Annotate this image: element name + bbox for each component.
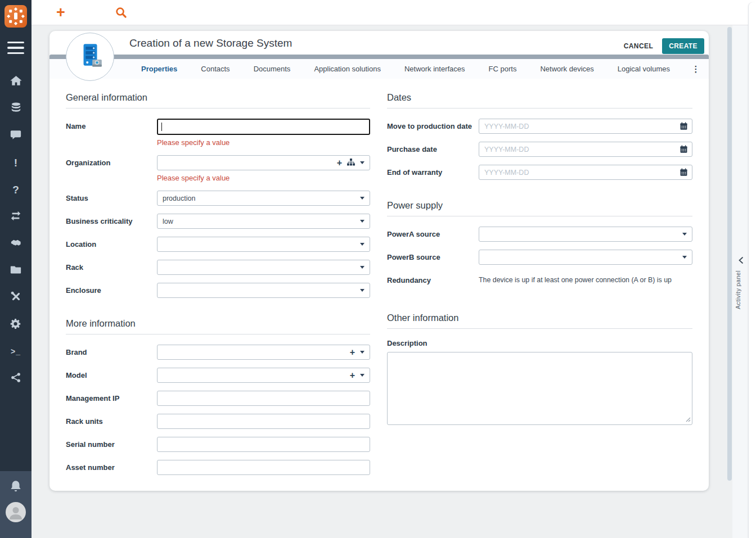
bell-icon	[8, 479, 23, 495]
chevron-down-icon[interactable]	[360, 220, 364, 223]
create-button[interactable]: CREATE	[662, 38, 704, 54]
sidebar-item-home[interactable]	[0, 75, 32, 88]
brand-select[interactable]: +	[157, 345, 370, 360]
add-brand-icon[interactable]: +	[350, 348, 355, 357]
chevron-down-icon[interactable]	[360, 351, 364, 354]
add-organization-icon[interactable]: +	[337, 159, 342, 168]
field-label: PowerB source	[387, 250, 479, 265]
tab-fc-ports[interactable]: FC ports	[477, 59, 529, 79]
chevron-down-icon[interactable]	[360, 243, 364, 246]
top-toolbar: +	[32, 0, 756, 25]
object-class-avatar	[66, 33, 114, 81]
terminal-icon: >_	[11, 347, 21, 355]
tab-application-solutions[interactable]: Application solutions	[302, 59, 393, 79]
handshake-icon	[10, 236, 22, 251]
user-menu-button[interactable]	[0, 503, 32, 523]
fieldset-power-supply: Power supply PowerA source PowerB source…	[387, 200, 692, 288]
field-location: Location	[66, 237, 370, 252]
management-ip-input[interactable]	[157, 391, 370, 406]
question-icon: ?	[12, 184, 19, 195]
field-powera-source: PowerA source	[387, 227, 692, 242]
chevron-down-icon[interactable]	[360, 197, 364, 200]
calendar-icon[interactable]	[680, 122, 688, 133]
description-textarea[interactable]	[387, 352, 692, 425]
chevron-down-icon[interactable]	[682, 256, 687, 259]
header-actions: CANCEL CREATE	[624, 38, 704, 54]
global-search-button[interactable]	[115, 6, 128, 21]
sidebar-item-data[interactable]	[0, 102, 32, 115]
rack-units-input[interactable]	[157, 414, 370, 429]
section-title: Other information	[387, 313, 692, 329]
add-model-icon[interactable]: +	[350, 371, 355, 380]
chevron-down-icon[interactable]	[360, 266, 364, 269]
serial-number-input[interactable]	[157, 437, 370, 452]
section-title: Power supply	[387, 200, 692, 216]
name-input[interactable]	[157, 119, 370, 135]
sidebar-item-help[interactable]: ?	[0, 183, 32, 196]
chevron-down-icon[interactable]	[360, 161, 364, 164]
move-to-production-date-input[interactable]	[479, 119, 692, 134]
sidebar-item-transfers[interactable]	[0, 210, 32, 223]
sidebar-item-documents[interactable]	[0, 264, 32, 277]
tab-logical-volumes[interactable]: Logical volumes	[606, 59, 682, 79]
field-rack-units: Rack units	[66, 414, 370, 429]
fieldset-other-information: Other information Description	[387, 313, 692, 427]
purchase-date-input[interactable]	[479, 142, 692, 157]
field-purchase-date: Purchase date	[387, 142, 692, 157]
field-label: Purchase date	[387, 142, 479, 157]
tab-overflow-button[interactable]: ⋮	[690, 59, 702, 79]
field-label: Redundancy	[387, 273, 479, 288]
cancel-button[interactable]: CANCEL	[624, 42, 653, 50]
tab-documents[interactable]: Documents	[242, 59, 303, 79]
app-logo-icon[interactable]	[4, 5, 27, 28]
notifications-button[interactable]	[0, 480, 32, 494]
fieldset-dates: Dates Move to production date Purchase d…	[387, 92, 692, 180]
menu-toggle-button[interactable]	[7, 42, 24, 54]
powera-source-select[interactable]	[479, 227, 692, 242]
location-select[interactable]	[157, 237, 370, 252]
powerb-source-select[interactable]	[479, 250, 692, 265]
status-select[interactable]: production	[157, 191, 370, 206]
activity-panel-label[interactable]: Activity panel	[735, 270, 741, 309]
field-powerb-source: PowerB source	[387, 250, 692, 265]
field-label: Status	[66, 191, 157, 206]
hierarchy-icon[interactable]	[347, 158, 355, 168]
sidebar-item-alerts[interactable]: !	[0, 156, 32, 169]
tab-network-devices[interactable]: Network devices	[528, 59, 605, 79]
business-criticality-select[interactable]: low	[157, 214, 370, 229]
model-select[interactable]: +	[157, 368, 370, 383]
quick-create-button[interactable]: +	[56, 2, 65, 22]
tab-network-interfaces[interactable]: Network interfaces	[393, 59, 477, 79]
sidebar-item-settings[interactable]	[0, 318, 32, 331]
field-label: Organization	[66, 155, 157, 170]
chevron-down-icon[interactable]	[360, 289, 364, 292]
tab-properties[interactable]: Properties	[129, 59, 189, 79]
organization-select[interactable]: +	[157, 155, 370, 170]
tab-contacts[interactable]: Contacts	[189, 59, 241, 79]
calendar-icon[interactable]	[680, 168, 688, 179]
asset-number-input[interactable]	[157, 460, 370, 475]
enclosure-select[interactable]	[157, 283, 370, 298]
validation-error: Please specify a value	[157, 138, 370, 147]
text-cursor	[161, 123, 162, 131]
field-redundancy: Redundancy The device is up if at least …	[387, 273, 692, 288]
sidebar-item-tools[interactable]	[0, 291, 32, 304]
calendar-icon[interactable]	[680, 145, 688, 156]
end-of-warranty-input[interactable]	[479, 165, 692, 180]
vertical-scrollbar[interactable]	[727, 27, 732, 481]
exclamation-icon: !	[14, 157, 17, 168]
activity-panel-expand-button[interactable]	[736, 256, 746, 266]
chevron-down-icon[interactable]	[682, 233, 687, 236]
home-icon	[10, 74, 22, 89]
user-avatar	[6, 502, 26, 524]
share-graph-icon	[10, 372, 22, 385]
chevron-down-icon[interactable]	[360, 374, 364, 377]
rack-select[interactable]	[157, 260, 370, 275]
object-creation-card: Creation of a new Storage System CANCEL …	[50, 31, 709, 491]
sidebar-item-services[interactable]	[0, 237, 32, 250]
sidebar-item-terminal[interactable]: >_	[0, 345, 32, 358]
field-management-ip: Management IP	[66, 391, 370, 406]
field-organization: Organization +	[66, 155, 370, 183]
sidebar-item-share[interactable]	[0, 372, 32, 385]
sidebar-item-chat[interactable]	[0, 129, 32, 142]
